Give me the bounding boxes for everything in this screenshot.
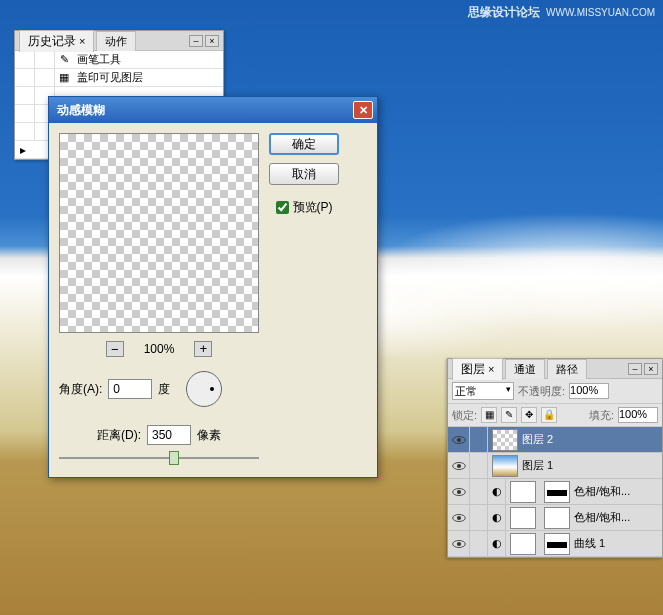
svg-point-5 bbox=[456, 489, 460, 493]
distance-input[interactable] bbox=[147, 425, 191, 445]
panel-minimize-icon[interactable]: – bbox=[628, 363, 642, 375]
lock-position-icon[interactable]: ✥ bbox=[521, 407, 537, 423]
layers-panel: 图层 × 通道 路径 – × 不透明度: 100% 锁定: ▦ ✎ ✥ 🔒 填充… bbox=[447, 358, 663, 558]
tab-actions[interactable]: 动作 bbox=[96, 31, 136, 51]
opacity-label: 不透明度: bbox=[518, 384, 565, 399]
angle-label: 角度(A): bbox=[59, 381, 102, 398]
visibility-toggle[interactable] bbox=[448, 505, 470, 530]
layer-mask-thumb[interactable] bbox=[544, 481, 570, 503]
ok-button[interactable]: 确定 bbox=[269, 133, 339, 155]
layer-thumb[interactable] bbox=[510, 507, 536, 529]
fill-label: 填充: bbox=[589, 408, 614, 423]
layer-link-well[interactable] bbox=[470, 427, 488, 452]
layer-name: 曲线 1 bbox=[574, 536, 605, 551]
layer-row[interactable]: ◐色相/饱和... bbox=[448, 505, 662, 531]
layer-name: 色相/饱和... bbox=[574, 484, 630, 499]
svg-point-7 bbox=[456, 515, 460, 519]
lock-label: 锁定: bbox=[452, 408, 477, 423]
cancel-button[interactable]: 取消 bbox=[269, 163, 339, 185]
dialog-title: 动感模糊 bbox=[57, 102, 105, 119]
dialog-titlebar[interactable]: 动感模糊 ✕ bbox=[49, 97, 377, 123]
motion-blur-dialog: 动感模糊 ✕ − 100% + 角度(A): 度 距离(D): 像素 bbox=[48, 96, 378, 478]
svg-point-3 bbox=[456, 463, 460, 467]
layer-link-well[interactable] bbox=[470, 505, 488, 530]
layer-mask-thumb[interactable] bbox=[544, 533, 570, 555]
history-item[interactable]: ✎ 画笔工具 bbox=[15, 51, 223, 69]
lock-paint-icon[interactable]: ✎ bbox=[501, 407, 517, 423]
panel-close-icon[interactable]: × bbox=[644, 363, 658, 375]
adjustment-icon: ◐ bbox=[488, 531, 506, 556]
preview-checkbox[interactable]: 预览(P) bbox=[276, 199, 333, 216]
panel-minimize-icon[interactable]: – bbox=[189, 35, 203, 47]
zoom-in-button[interactable]: + bbox=[194, 341, 212, 357]
opacity-input[interactable]: 100% bbox=[569, 383, 609, 399]
layer-row[interactable]: ◐曲线 1 bbox=[448, 531, 662, 557]
layer-name: 图层 1 bbox=[522, 458, 553, 473]
layer-link-well[interactable] bbox=[470, 479, 488, 504]
history-marker-icon: ▸ bbox=[15, 141, 31, 158]
panel-close-icon[interactable]: × bbox=[205, 35, 219, 47]
layer-name: 色相/饱和... bbox=[574, 510, 630, 525]
angle-dial[interactable] bbox=[186, 371, 222, 407]
svg-point-1 bbox=[456, 437, 460, 441]
layer-thumb[interactable] bbox=[492, 455, 518, 477]
distance-slider[interactable] bbox=[59, 449, 259, 467]
angle-unit: 度 bbox=[158, 381, 170, 398]
brush-icon: ✎ bbox=[55, 53, 73, 66]
history-item[interactable]: ▦ 盖印可见图层 bbox=[15, 69, 223, 87]
tab-channels[interactable]: 通道 bbox=[505, 359, 545, 379]
layer-row[interactable]: 图层 2 bbox=[448, 427, 662, 453]
layer-link-well[interactable] bbox=[470, 531, 488, 556]
stamp-icon: ▦ bbox=[55, 71, 73, 84]
layer-mask-thumb[interactable] bbox=[544, 507, 570, 529]
tab-paths[interactable]: 路径 bbox=[547, 359, 587, 379]
tab-history[interactable]: 历史记录 × bbox=[19, 30, 94, 52]
visibility-toggle[interactable] bbox=[448, 531, 470, 556]
svg-point-9 bbox=[456, 541, 460, 545]
layer-row[interactable]: 图层 1 bbox=[448, 453, 662, 479]
layer-thumb[interactable] bbox=[510, 481, 536, 503]
lock-transparent-icon[interactable]: ▦ bbox=[481, 407, 497, 423]
watermark: 思缘设计论坛WWW.MISSYUAN.COM bbox=[468, 4, 655, 21]
fill-input[interactable]: 100% bbox=[618, 407, 658, 423]
adjustment-icon: ◐ bbox=[488, 505, 506, 530]
lock-all-icon[interactable]: 🔒 bbox=[541, 407, 557, 423]
zoom-level: 100% bbox=[144, 342, 175, 356]
tab-layers[interactable]: 图层 × bbox=[452, 358, 503, 380]
layer-thumb[interactable] bbox=[510, 533, 536, 555]
close-icon[interactable]: ✕ bbox=[353, 101, 373, 119]
zoom-out-button[interactable]: − bbox=[106, 341, 124, 357]
angle-input[interactable] bbox=[108, 379, 152, 399]
visibility-toggle[interactable] bbox=[448, 427, 470, 452]
layer-thumb[interactable] bbox=[492, 429, 518, 451]
blend-mode-select[interactable] bbox=[452, 382, 514, 400]
visibility-toggle[interactable] bbox=[448, 479, 470, 504]
distance-label: 距离(D): bbox=[97, 427, 141, 444]
adjustment-icon: ◐ bbox=[488, 479, 506, 504]
layer-link-well[interactable] bbox=[470, 453, 488, 478]
preview-canvas[interactable] bbox=[59, 133, 259, 333]
distance-unit: 像素 bbox=[197, 427, 221, 444]
layer-name: 图层 2 bbox=[522, 432, 553, 447]
visibility-toggle[interactable] bbox=[448, 453, 470, 478]
layer-row[interactable]: ◐色相/饱和... bbox=[448, 479, 662, 505]
